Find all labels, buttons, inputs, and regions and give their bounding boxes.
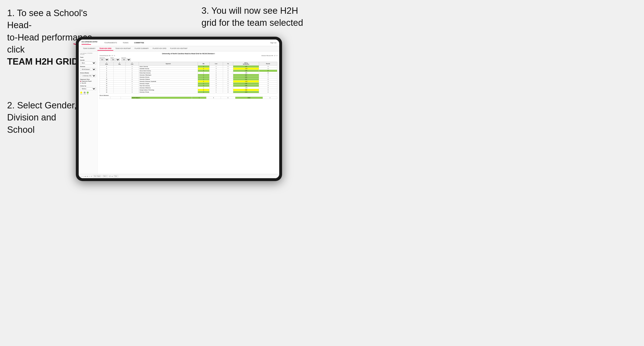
logo-underline <box>82 44 91 45</box>
annotation-3: 3. You will now see H2H grid for the tea… <box>202 5 303 29</box>
radio-dot-top100 <box>80 83 81 84</box>
out-of-division-row: NCAA Division II 1 0 0 26.00 3 <box>100 97 277 99</box>
gender-label: Gender <box>80 59 96 61</box>
nav-tournaments[interactable]: TOURNAMENTS <box>103 41 118 44</box>
sub-nav-team-summary[interactable]: TEAM SUMMARY <box>81 47 98 51</box>
col-win: Win <box>198 62 209 66</box>
colour-select[interactable]: Win/loss <box>80 87 96 90</box>
sub-nav-team-h2h-grid[interactable]: TEAM H2H GRID <box>98 47 113 51</box>
content-area: Last Updated: 27/03/2024 16:55:38 Team G… <box>79 51 279 174</box>
grid-title: University of North Carolina Head-to-Hea… <box>100 53 277 54</box>
out-of-division-table: NCAA Division II 1 0 0 26.00 3 <box>100 97 277 99</box>
comment-icon[interactable]: 💬 <box>109 175 111 177</box>
nav-teams[interactable]: TEAMS <box>122 41 130 44</box>
annotation-2: 2. Select Gender, Division and School <box>7 99 77 136</box>
sub-nav-team-h2h-heatmap[interactable]: TEAM H2H HEATMAP <box>113 47 133 51</box>
opponents-filter-select[interactable]: (All) <box>100 58 109 61</box>
col-diff: Diff AvStrokes/Rnd <box>233 62 259 66</box>
h2h-table: #Rank #Reg #Conf Opponent Win Loss Tie D… <box>100 62 277 93</box>
table-row: 21Auburn University2101.679 <box>100 66 277 68</box>
opponent-filter: Opponent (All) <box>121 57 131 61</box>
last-updated: Last Updated: 27/03/2024 16:55:38 <box>80 53 96 55</box>
sidebar-gender-section: Gender Men's <box>80 59 96 64</box>
color-down: Down <box>80 92 82 95</box>
table-row: 163University of Florida310-6.429 <box>100 91 277 93</box>
color-legend: Down Level Up <box>80 92 96 95</box>
tablet-screen: SCOREBOARD Powered by clippi TOURNAMENTS… <box>79 39 279 178</box>
table-row: 32Vanderbilt University040-2.298 <box>100 68 277 70</box>
region-filter: Region (All) <box>110 57 120 61</box>
sub-nav-player-h2h-heatmap[interactable]: PLAYER H2H HEATMAP <box>168 47 190 51</box>
table-row: 131Texas Tech University3005.569 <box>100 85 277 87</box>
colour-by-section: Colour by Win/loss <box>80 85 96 90</box>
sub-nav-player-h2h-grid[interactable]: PLAYER H2H GRID <box>151 47 168 51</box>
redo-icon[interactable]: ↪ <box>82 175 84 177</box>
opponent-filter-select[interactable]: (All) <box>121 58 131 61</box>
col-opponent: Opponent <box>139 62 198 66</box>
undo-icon[interactable]: ↩ <box>80 175 82 177</box>
opponent-view-label: Opponent View <box>80 79 96 80</box>
division-select[interactable]: NCAA Division I <box>80 68 96 71</box>
col-tie: Tie <box>223 62 233 66</box>
col-conf: #Conf <box>126 62 139 66</box>
sign-out[interactable]: Sign out <box>270 42 276 43</box>
nav-bar: SCOREBOARD Powered by clippi TOURNAMENTS… <box>79 39 279 46</box>
table-row: 105University of Alabama3002.618 <box>100 78 277 80</box>
radio-top-100[interactable]: Top 100 <box>80 82 96 84</box>
bottom-toolbar: ↩ ↪ ⟶ ⊞ ✂ ⏱ View: Original Watch ▾ 💬 ⊞ S… <box>79 174 279 178</box>
col-rounds: Rounds <box>259 62 277 66</box>
main-grid-area: University of North Carolina Head-to-Hea… <box>98 51 279 174</box>
table-row: 82University of Washington1003.673 <box>100 74 277 76</box>
forward-icon[interactable]: ⟶ <box>84 175 86 177</box>
team-label: Team <box>80 57 96 58</box>
table-header-row: #Rank #Reg #Conf Opponent Win Loss Tie D… <box>100 62 277 66</box>
grid-icon[interactable]: ⊞ <box>112 175 112 177</box>
opponents-filter: Opponents: (All) <box>100 57 109 61</box>
sub-nav-player-summary[interactable]: PLAYER SUMMARY <box>133 47 151 51</box>
zoom-icon[interactable]: ⊞ <box>87 175 88 177</box>
table-row: 62Florida State University1201.8312 <box>100 72 277 74</box>
division-label: Division <box>80 66 96 67</box>
radio-group: Opponents Played Top 100 <box>80 80 96 84</box>
table-row: 121University of Virginia1002.333 <box>100 83 277 85</box>
sidebar-division-section: Division NCAA Division I <box>80 66 96 71</box>
school-select[interactable]: 1. University of Nort... <box>80 74 96 77</box>
table-row: 93University of Arizona1009.002 <box>100 76 277 78</box>
color-up: Up <box>87 92 89 95</box>
filter-row: Opponents: (All) Region (All) Opponent <box>100 57 277 61</box>
sub-nav: TEAM SUMMARY TEAM H2H GRID TEAM H2H HEAT… <box>79 46 279 51</box>
crop-icon[interactable]: ✂ <box>89 175 90 177</box>
col-rank: #Rank <box>100 62 114 66</box>
table-row: 142University of Oklahoma120-1.009 <box>100 87 277 89</box>
share-btn[interactable]: Share <box>114 175 118 177</box>
watch-btn[interactable]: Watch ▾ <box>102 175 108 177</box>
table-row: 116University of Arkansas, Fayetteville0… <box>100 80 277 83</box>
sidebar-team-section: Team <box>80 57 96 58</box>
sidebar: Last Updated: 27/03/2024 16:55:38 Team G… <box>79 51 98 174</box>
out-of-division: Out of division NCAA Division II 1 0 0 <box>100 95 277 99</box>
radio-opponents-played[interactable]: Opponents Played <box>80 80 96 82</box>
color-level: Level <box>84 92 86 95</box>
col-loss: Loss <box>209 62 223 66</box>
table-row: 154Georgia Institute of Technology0104.5… <box>100 89 277 91</box>
opponent-view-section: Opponent View Opponents Played Top 100 <box>80 79 96 84</box>
region-filter-select[interactable]: (All) <box>110 58 120 61</box>
nav-committee[interactable]: COMMITTEE <box>133 41 145 44</box>
col-reg: #Reg <box>114 62 126 66</box>
school-label: School (Rank) <box>80 72 96 74</box>
view-original-btn[interactable]: View: Original <box>93 175 102 177</box>
tablet-device: SCOREBOARD Powered by clippi TOURNAMENTS… <box>76 37 282 181</box>
gender-select[interactable]: Men's <box>80 61 96 64</box>
table-row: 41Arizona State University5102.2917 <box>100 70 277 72</box>
logo: SCOREBOARD Powered by clippi <box>82 41 98 45</box>
sidebar-school-section: School (Rank) 1. University of Nort... <box>80 72 96 77</box>
grid-records: Overall Record: 89 - 17 - 0 Division Rec… <box>100 55 277 56</box>
radio-dot-opponents <box>80 81 81 82</box>
clock-icon[interactable]: ⏱ <box>91 175 92 177</box>
colour-label: Colour by <box>80 85 96 87</box>
